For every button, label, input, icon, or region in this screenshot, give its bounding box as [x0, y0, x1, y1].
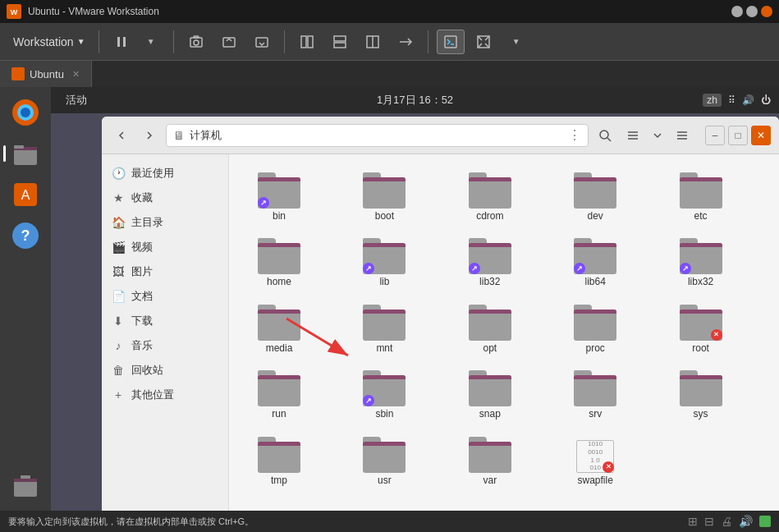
fm-back-btn[interactable] — [110, 124, 133, 147]
folder-proc[interactable]: proc — [558, 300, 632, 359]
sidebar-other[interactable]: + 其他位置 — [102, 383, 228, 407]
svg-rect-9 — [301, 36, 306, 48]
folder-tmp[interactable]: tmp — [242, 432, 316, 491]
snapshot2-btn[interactable] — [215, 30, 243, 54]
folder-lib-icon — [363, 238, 406, 274]
dock-item-trash[interactable] — [7, 466, 44, 504]
folder-media[interactable]: media — [242, 300, 316, 359]
file-swapfile[interactable]: 101000101 0010 swapfile — [558, 432, 632, 491]
folder-etc[interactable]: etc — [664, 167, 738, 227]
folder-libx32[interactable]: libx32 — [664, 233, 738, 292]
expand-btn[interactable] — [470, 30, 497, 54]
folder-sbin[interactable]: sbin — [347, 365, 421, 424]
folder-var[interactable]: var — [453, 432, 527, 491]
status-icon-1[interactable]: ⊞ — [688, 515, 698, 528]
sidebar-videos[interactable]: 🎬 视频 — [102, 235, 228, 259]
zh-btn[interactable]: zh — [703, 94, 722, 107]
volume-icon[interactable]: 🔊 — [742, 94, 754, 106]
folder-lib64[interactable]: lib64 — [558, 233, 632, 292]
sidebar-music[interactable]: ♪ 音乐 — [102, 333, 228, 358]
folder-media-body — [258, 310, 300, 341]
folder-home[interactable]: home — [242, 233, 316, 292]
view1-btn[interactable] — [293, 30, 321, 54]
sidebar-trash[interactable]: 🗑 回收站 — [102, 358, 228, 383]
status-icon-4[interactable]: 🔊 — [739, 515, 753, 528]
tab-close-btn[interactable]: ✕ — [72, 69, 80, 80]
folder-boot[interactable]: boot — [347, 167, 421, 227]
swapfile-icon: 101000101 0010 — [574, 437, 616, 473]
dock-item-appstore[interactable]: A — [7, 176, 44, 213]
folder-lib64-icon — [574, 238, 616, 274]
sidebar-recent[interactable]: 🕐 最近使用 — [102, 161, 228, 186]
dock-item-firefox[interactable] — [7, 94, 44, 131]
sidebar-downloads-label: 下载 — [131, 314, 153, 328]
sidebar-docs-label: 文档 — [131, 289, 153, 304]
workstation-arrow: ▼ — [77, 37, 85, 46]
folder-snap-icon — [469, 370, 511, 406]
folder-mnt[interactable]: mnt — [347, 300, 421, 359]
fm-menu-btn[interactable] — [671, 124, 694, 147]
location-menu-btn[interactable]: ⋮ — [568, 127, 581, 143]
folder-home-icon — [258, 238, 300, 274]
folder-lib32[interactable]: lib32 — [453, 233, 527, 292]
pause-dropdown[interactable]: ▼ — [137, 30, 165, 54]
sidebar-docs[interactable]: 📄 文档 — [102, 284, 228, 309]
folder-root[interactable]: root — [664, 300, 738, 359]
folder-snap[interactable]: snap — [453, 365, 527, 424]
snapshot3-btn[interactable] — [248, 30, 276, 54]
view3-btn[interactable] — [359, 30, 387, 54]
main-area: A ? 活动 — [0, 87, 779, 511]
status-icon-2[interactable]: ⊟ — [704, 515, 714, 528]
close-btn[interactable] — [761, 6, 772, 17]
expand-dropdown[interactable]: ▼ — [502, 30, 530, 54]
sidebar-home[interactable]: 🏠 主目录 — [102, 210, 228, 235]
terminal-btn[interactable] — [437, 30, 465, 54]
folder-usr[interactable]: usr — [347, 432, 421, 491]
fm-close-btn[interactable]: ✕ — [751, 126, 771, 145]
fm-maximize-btn[interactable]: □ — [728, 126, 748, 145]
sidebar-starred[interactable]: ★ 收藏 — [102, 186, 228, 210]
ubuntu-content: 活动 1月17日 16：52 zh ⠿ 🔊 ⏻ — [51, 87, 779, 511]
maximize-btn[interactable] — [746, 6, 758, 17]
power-icon[interactable]: ⏻ — [761, 94, 771, 106]
videos-icon: 🎬 — [112, 241, 125, 254]
folder-srv[interactable]: srv — [558, 365, 632, 424]
sidebar-pictures[interactable]: 🖼 图片 — [102, 259, 228, 284]
folder-libx32-label: libx32 — [688, 276, 713, 287]
folder-bin[interactable]: bin — [242, 167, 316, 227]
pause-btn[interactable] — [108, 30, 135, 54]
folder-sys[interactable]: sys — [664, 365, 738, 424]
dock-item-help[interactable]: ? — [7, 217, 44, 255]
fm-search-btn[interactable] — [593, 124, 616, 147]
toolbar-separator-3 — [284, 30, 285, 53]
workstation-menu[interactable]: Workstation ▼ — [8, 32, 90, 52]
ubuntu-top-bar: 活动 1月17日 16：52 zh ⠿ 🔊 ⏻ — [51, 87, 779, 113]
fm-minimize-btn[interactable]: – — [705, 126, 725, 145]
folder-dev[interactable]: dev — [558, 167, 632, 227]
svg-point-31 — [600, 131, 608, 139]
view2-btn[interactable] — [326, 30, 354, 54]
ubuntu-tab[interactable]: Ubuntu ✕ — [0, 61, 92, 87]
view4-btn[interactable] — [392, 30, 419, 54]
sidebar-downloads[interactable]: ⬇ 下载 — [102, 309, 228, 333]
fm-list-view-btn[interactable] — [621, 124, 644, 147]
activities-btn[interactable]: 活动 — [59, 91, 94, 109]
folder-run[interactable]: run — [242, 365, 316, 424]
vmware-title-text: Ubuntu - VMware Workstation — [28, 6, 159, 17]
folder-cdrom[interactable]: cdrom — [453, 167, 527, 227]
fm-view-dropdown[interactable] — [646, 124, 669, 147]
snapshot-btn[interactable] — [182, 30, 210, 54]
fm-location-bar[interactable]: 🖥 计算机 ⋮ — [166, 124, 589, 147]
minimize-btn[interactable] — [731, 6, 743, 17]
folder-lib[interactable]: lib — [347, 233, 421, 292]
sidebar-trash-label: 回收站 — [131, 363, 163, 378]
folder-opt[interactable]: opt — [453, 300, 527, 359]
fm-forward-btn[interactable] — [138, 124, 161, 147]
folder-lib64-label: lib64 — [585, 276, 606, 287]
status-icon-3[interactable]: 🖨 — [721, 515, 732, 528]
dock-item-files[interactable] — [7, 135, 44, 172]
folder-lib32-icon — [469, 238, 511, 274]
home-icon: 🏠 — [112, 216, 125, 229]
network-icon[interactable]: ⠿ — [728, 94, 735, 106]
vmware-toolbar: Workstation ▼ ▼ — [0, 23, 779, 61]
